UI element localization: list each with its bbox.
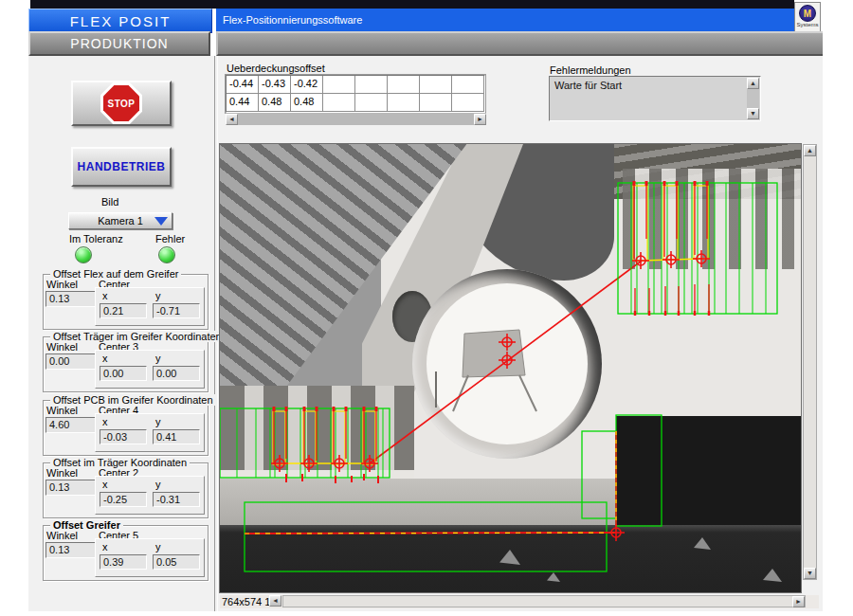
crosshair-marker <box>608 524 625 541</box>
y-value: 0.41 <box>153 429 200 444</box>
image-status-bar: 764x574 1/1 ◄ ► <box>220 595 819 608</box>
offset-group: Offset Flex auf dem GreiferWinkel0.13Cen… <box>43 274 209 330</box>
scroll-left-icon[interactable]: ◄ <box>226 114 238 125</box>
scroll-right-icon[interactable]: ► <box>792 596 805 607</box>
section-title-bar: PRODUKTION <box>28 31 210 56</box>
component-leg <box>453 375 468 411</box>
center-cluster: xy0.000.00 <box>95 350 205 389</box>
x-value: 0.39 <box>100 554 147 570</box>
table-cell[interactable] <box>323 76 355 94</box>
winkel-label: Winkel <box>46 279 78 290</box>
table-cell[interactable] <box>452 76 484 94</box>
y-label: y <box>155 416 161 427</box>
winkel-label: Winkel <box>46 405 78 416</box>
y-value: 0.00 <box>153 366 200 381</box>
image-vertical-scrollbar[interactable]: ▲ ▼ <box>803 144 817 580</box>
table-cell[interactable]: 0.48 <box>259 94 291 112</box>
table-cell[interactable]: -0.43 <box>259 76 291 94</box>
chevron-down-icon <box>154 217 168 226</box>
app-title-bar: FLEX POSIT <box>28 9 212 33</box>
software-title-bar: Flex-Positionnierungssoftware <box>216 9 794 31</box>
x-value: 0.21 <box>100 303 147 318</box>
roi-rect <box>616 415 662 526</box>
table-cell[interactable]: -0.42 <box>291 76 323 94</box>
table-cell[interactable] <box>388 76 420 94</box>
kamera-value: Kamera 1 <box>98 215 143 226</box>
x-label: x <box>102 541 108 553</box>
bild-label: Bild <box>101 196 118 208</box>
winkel-label: Winkel <box>46 530 78 541</box>
logo-caption: Systems <box>795 22 820 28</box>
x-label: x <box>102 416 108 427</box>
software-title: Flex-Positionnierungssoftware <box>223 14 362 26</box>
scroll-up-icon[interactable]: ▲ <box>747 78 759 89</box>
winkel-label: Winkel <box>46 467 78 479</box>
table-cell[interactable]: -0.44 <box>227 76 259 94</box>
y-value: -0.31 <box>153 492 200 507</box>
x-value: -0.25 <box>100 492 147 507</box>
measure-slot <box>663 186 678 260</box>
app-title: FLEX POSIT <box>70 13 172 29</box>
x-value: 0.00 <box>100 366 147 381</box>
handbetrieb-label: HANDBETRIEB <box>78 160 166 173</box>
kamera-dropdown[interactable]: Kamera 1 <box>68 212 172 229</box>
table-cell[interactable]: 0.44 <box>227 94 259 112</box>
y-label: y <box>155 353 161 364</box>
header-strip <box>216 31 823 56</box>
stop-label: STOP <box>107 99 135 109</box>
fehlermeldungen-box[interactable]: Warte für Start ▲ ▼ <box>549 76 761 121</box>
app-window: FLEX POSIT Flex-Positionnierungssoftware… <box>0 0 853 616</box>
handbetrieb-button[interactable]: HANDBETRIEB <box>71 147 172 187</box>
table-cell[interactable] <box>420 94 452 112</box>
x-label: x <box>102 290 108 301</box>
scroll-up-icon[interactable]: ▲ <box>804 145 816 156</box>
measure-slot <box>694 186 708 259</box>
table-cell[interactable] <box>355 94 388 112</box>
scroll-down-icon[interactable]: ▼ <box>804 568 816 579</box>
roi-rect-long <box>245 502 607 571</box>
y-value: -0.71 <box>153 303 200 318</box>
image-horizontal-scrollbar[interactable]: ► <box>282 595 806 607</box>
y-label: y <box>155 541 161 553</box>
table-cell[interactable] <box>323 94 355 112</box>
center-cluster: xy0.21-0.71 <box>95 287 205 326</box>
ueberdeckung-table: -0.44-0.43-0.420.440.480.48 <box>226 75 485 113</box>
table-cell[interactable] <box>355 76 388 94</box>
center-cluster: xy-0.030.41 <box>95 413 205 452</box>
center-cluster: xy-0.25-0.31 <box>95 476 205 515</box>
stop-sign-icon: STOP <box>100 82 142 124</box>
fehler-led <box>158 246 175 263</box>
ueberdeckung-scrollbar[interactable]: ◄ ► <box>226 113 486 125</box>
stop-button[interactable]: STOP <box>71 81 172 126</box>
winkel-label: Winkel <box>46 341 78 353</box>
fehlermeldungen-scrollbar[interactable]: ▲ ▼ <box>747 78 759 119</box>
top-strip <box>30 0 794 9</box>
table-cell[interactable] <box>420 76 452 94</box>
table-cell[interactable]: 0.48 <box>291 94 323 112</box>
camera-image <box>220 144 801 592</box>
logo-m-icon: M <box>799 5 816 22</box>
table-cell[interactable] <box>452 94 484 112</box>
crosshair-marker <box>662 251 680 268</box>
table-cell[interactable] <box>388 94 420 112</box>
offset-group: Offset GreiferWinkel0.13Center 5xy0.390.… <box>43 525 209 581</box>
roi-rect <box>582 431 616 518</box>
company-logo: M Systems <box>794 2 821 34</box>
fehler-led-label: Fehler <box>155 233 185 245</box>
y-label: y <box>155 290 161 301</box>
measure-slot <box>633 186 647 261</box>
offset-group: Offset Träger im Greifer KoordinatenWink… <box>43 336 209 392</box>
scroll-down-icon[interactable]: ▼ <box>747 108 759 119</box>
x-label: x <box>102 479 108 490</box>
fehlermeldungen-message: Warte für Start <box>554 80 622 91</box>
y-label: y <box>155 479 161 490</box>
offset-group: Offset im Träger KoordinatenWinkel0.13Ce… <box>43 462 209 518</box>
image-nav-icon[interactable]: ◄ <box>269 595 281 607</box>
vision-overlay <box>220 144 801 592</box>
ueberdeckung-title: Ueberdeckungsoffset <box>227 63 325 74</box>
im-toleranz-label: Im Toleranz <box>69 233 123 245</box>
scroll-right-icon[interactable]: ► <box>474 114 486 125</box>
center-cluster: xy0.390.05 <box>95 538 205 577</box>
red-diagonal-line <box>370 261 642 463</box>
y-value: 0.05 <box>153 554 200 570</box>
